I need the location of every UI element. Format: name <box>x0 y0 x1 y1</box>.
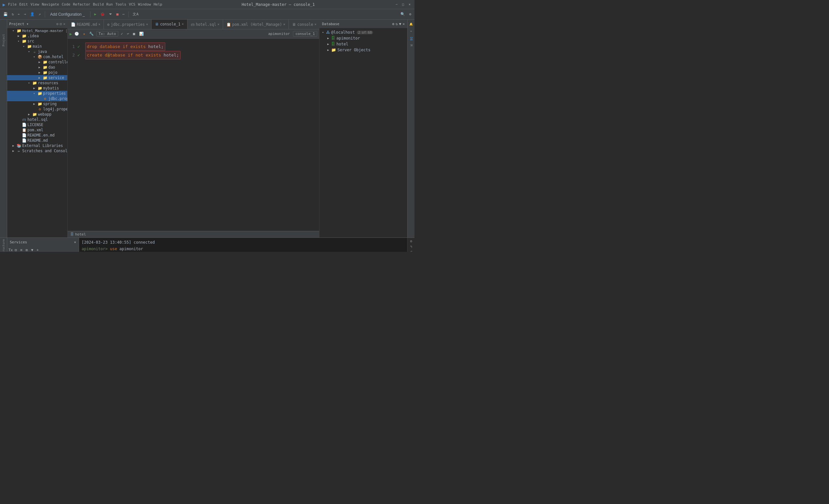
svc-expand[interactable]: ≡ <box>19 247 24 252</box>
tree-item-scratches[interactable]: ▶ ✏ Scratches and Consoles <box>7 148 67 153</box>
tab-pom[interactable]: 📋 pom.xml (Hotel_Manage) × <box>223 20 289 29</box>
debug-button[interactable]: 🐞 <box>99 11 106 17</box>
menu-edit[interactable]: Edit <box>19 2 28 6</box>
tree-item-idea[interactable]: ▶ 📁 .idea <box>7 33 67 39</box>
stop-button[interactable]: ■ <box>115 11 120 17</box>
tree-item-pojo[interactable]: ▶ 📁 pojo <box>7 70 67 75</box>
translate-button[interactable]: 文A <box>131 11 140 17</box>
svc-add[interactable]: + <box>35 247 40 252</box>
more-options[interactable]: ⋯ <box>121 11 126 17</box>
result-view[interactable]: 📊 <box>138 31 145 37</box>
readme-tab-close[interactable]: × <box>98 23 100 26</box>
menu-code[interactable]: Code <box>62 2 71 6</box>
tree-item-license[interactable]: 📄 LICENSE <box>7 122 67 128</box>
maven-strip[interactable]: M <box>409 43 413 47</box>
format-button[interactable]: 🔧 <box>88 31 95 37</box>
console1-tab-close[interactable]: × <box>182 22 184 26</box>
console-tab-close[interactable]: × <box>315 23 317 26</box>
settings-button[interactable]: ⚙ <box>408 11 412 17</box>
menu-help[interactable]: Help <box>153 2 163 6</box>
menu-tools[interactable]: Tools <box>115 2 126 6</box>
pom-tab-close[interactable]: × <box>283 23 285 26</box>
project-collapse-icon[interactable]: ⊟ <box>60 22 62 26</box>
tx-rollback[interactable]: ↩ <box>125 31 130 37</box>
services-close-icon[interactable]: × <box>74 240 76 244</box>
run-button[interactable]: ▶ <box>93 11 98 17</box>
stop-query[interactable]: ■ <box>132 31 137 37</box>
tree-item-dao[interactable]: ▶ 📁 dao <box>7 65 67 70</box>
tree-item-spring[interactable]: ▶ 📁 spring <box>7 101 67 106</box>
menu-file[interactable]: File <box>8 2 17 6</box>
tree-item-src[interactable]: ▾ 📁 src <box>7 39 67 44</box>
tx-commit[interactable]: ✓ <box>119 31 124 37</box>
project-settings-icon[interactable]: ⚙ <box>56 22 59 26</box>
nav-button[interactable]: ↗ <box>37 11 42 17</box>
console-wrap-icon[interactable]: ↰ <box>410 245 412 249</box>
console-print-icon[interactable]: 🖨 <box>409 250 413 252</box>
user-button[interactable]: 👤 <box>29 11 36 17</box>
run-options[interactable]: ⏷ <box>107 11 114 17</box>
tree-item-ext-libs[interactable]: ▶ 📚 External Libraries <box>7 143 67 148</box>
tab-console1[interactable]: 🖥 console_1 × <box>151 20 187 29</box>
tree-item-properties[interactable]: ▾ 📁 properties <box>7 91 67 96</box>
console-output[interactable]: [2024-03-23 13:40:55] connected apimonit… <box>79 238 407 252</box>
notifications-strip[interactable]: 🔔 <box>409 21 413 27</box>
db-tree-apimonitor[interactable]: ▶ 🗄 apimonitor <box>321 35 406 41</box>
jdbc-tab-close[interactable]: × <box>146 23 148 26</box>
structure-strip[interactable]: Structure <box>2 239 5 252</box>
menu-window[interactable]: Window <box>138 2 151 6</box>
db-tree-localhost[interactable]: ▾ 🖧 @localhost 2 of 60 <box>321 29 406 35</box>
tree-item-resources[interactable]: ▾ 📁 resources <box>7 80 67 85</box>
menu-run[interactable]: Run <box>106 2 113 6</box>
save-button[interactable]: 💾 <box>2 11 9 17</box>
console-context[interactable]: console_1 <box>293 31 317 37</box>
db-filter-icon[interactable]: ▼ <box>399 22 401 26</box>
tree-item-mybatis[interactable]: ▶ 📁 mybatis <box>7 85 67 91</box>
history-button[interactable]: 🕐 <box>73 31 80 37</box>
minimize-button[interactable]: − <box>394 2 399 7</box>
tree-item-webapp[interactable]: ▶ 📁 webapp <box>7 112 67 117</box>
run-sql-button[interactable]: ▶ <box>70 32 72 36</box>
db-close-icon[interactable]: × <box>402 22 405 26</box>
tree-item-controller[interactable]: ▶ 📁 controller <box>7 60 67 65</box>
tree-item-service[interactable]: ▶ 📁 service <box>7 75 67 80</box>
svc-more[interactable]: ⊞ <box>25 247 29 252</box>
sync-button[interactable]: ↻ <box>10 11 15 17</box>
tab-readme[interactable]: 📄 README.md × <box>68 20 104 29</box>
search-everywhere-button[interactable]: 🔍 <box>399 11 406 17</box>
tree-item-readme-en[interactable]: 📄 README.en.md <box>7 133 67 138</box>
db-tree-server-objects[interactable]: ▶ 📁 Server Objects <box>321 47 406 53</box>
tree-item-log4j[interactable]: ⚙ log4j.properties <box>7 106 67 112</box>
tree-item-hotel-sql[interactable]: 🗃 hotel.sql <box>7 117 67 122</box>
forward-button[interactable]: → <box>23 11 28 17</box>
db-settings-icon[interactable]: ⚙ <box>392 22 395 26</box>
tab-hotel-sql[interactable]: 🗃 hotel.sql × <box>187 20 223 29</box>
menu-view[interactable]: View <box>30 2 39 6</box>
project-strip-label[interactable]: Project <box>1 33 6 48</box>
console-settings-icon[interactable]: ⚙ <box>410 239 412 243</box>
back-button[interactable]: ← <box>17 11 22 17</box>
tree-item-readme[interactable]: 📄 README.md <box>7 138 67 143</box>
tab-console[interactable]: 🖥 console × <box>289 20 319 29</box>
tree-item-pom[interactable]: 📋 pom.xml <box>7 128 67 133</box>
tree-item-main[interactable]: ▾ 📁 main <box>7 44 67 49</box>
maximize-button[interactable]: □ <box>401 2 405 7</box>
key-promoter-strip[interactable]: ⌨ <box>409 28 413 34</box>
tree-item-com-hotel[interactable]: ▾ 📦 com.hotel <box>7 54 67 60</box>
favorite-button[interactable]: ★ <box>82 31 86 37</box>
svc-filter[interactable]: ▼ <box>30 247 35 252</box>
tree-item-jdbc-props[interactable]: ⚙ jdbc.properties <box>7 96 67 101</box>
menu-build[interactable]: Build <box>93 2 104 6</box>
menu-navigate[interactable]: Navigate <box>42 2 59 6</box>
project-close-icon[interactable]: × <box>63 22 65 26</box>
close-button[interactable]: × <box>407 2 412 7</box>
tree-item-root[interactable]: ▾ 📁 Hotel_Manage-master [Hotel_Manage] <box>7 28 67 33</box>
apimonitor-label[interactable]: apimonitor <box>268 32 290 36</box>
add-configuration-button[interactable]: Add Configuration _ <box>48 11 87 17</box>
database-strip[interactable]: DB <box>409 36 413 42</box>
db-tree-hotel[interactable]: ▶ 🗄 hotel <box>321 41 406 47</box>
tab-jdbc-props[interactable]: ⚙ jdbc.properties × <box>104 20 151 29</box>
code-editor[interactable]: 1 ✓ drop database if exists hotel; 2 ✓ c… <box>68 39 319 231</box>
db-sync-icon[interactable]: ↻ <box>396 22 398 26</box>
tree-item-java[interactable]: ▾ ☕ java <box>7 49 67 54</box>
